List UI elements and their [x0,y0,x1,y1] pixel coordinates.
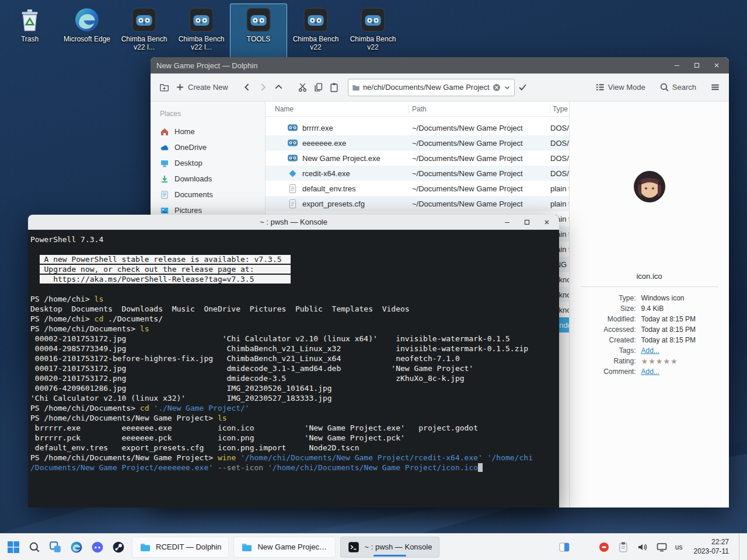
dolphin-titlebar[interactable]: New Game Project — Dolphin [151,57,729,74]
file-name: eeeeeee.exe [302,139,346,148]
textfile-file-icon [288,199,298,209]
taskbar-pinned-edge[interactable] [68,538,85,556]
cut-button[interactable] [295,79,310,95]
godot-file-icon [288,138,298,148]
info-label-size: Size: [577,304,636,313]
accept-location-button[interactable] [515,79,530,95]
sidebar-item-documents[interactable]: Documents [160,187,265,202]
sidebar-item-onedrive[interactable]: OneDrive [160,139,265,155]
column-header-name[interactable]: Name [266,105,409,113]
search-label: Search [672,83,696,92]
comment-add-link[interactable]: Add... [641,368,659,376]
info-row-accessed: Accessed:Today at 8:15 PM [577,324,722,335]
forward-button[interactable] [255,79,271,95]
file-row-brrrrr-exe[interactable]: brrrrr.exe~/Documents/New Game ProjectDO… [266,120,569,135]
info-label-comment: Comment: [577,368,636,376]
rating-stars[interactable]: ★★★★★ [641,357,678,366]
tags-add-link[interactable]: Add... [641,346,659,355]
location-path[interactable]: me/chi/Documents/New Game Project/ [363,83,490,92]
godot-file-icon [288,123,298,133]
desktop-icon-label: Chimba Bench v22 [346,35,400,52]
back-button[interactable] [239,79,255,95]
location-bar[interactable]: me/chi/Documents/New Game Project/ [348,79,515,96]
desktop-icon-chimba-bench-v22[interactable]: Chimba Bench v22 [287,4,344,60]
close-button[interactable] [537,215,557,229]
maximize-button[interactable] [517,215,537,229]
volume-icon[interactable] [637,541,648,553]
desktop-icon-tools[interactable]: TOOLS [230,4,287,60]
file-row-default-env-tres[interactable]: default_env.tres~/Documents/New Game Pro… [266,181,569,196]
konsole-window: ~ : pwsh — Konsole PowerShell 7.3.4 A ne… [28,215,559,508]
tray-status-icon[interactable] [598,541,610,553]
terminal-line: PS /home/chi/Documents/New Game Project>… [30,413,559,423]
up-button[interactable] [271,79,287,95]
taskbar-task-new-game-project[interactable]: New Game Project ... [233,537,336,558]
new-folder-button[interactable] [156,79,172,95]
minimize-button[interactable] [497,215,517,229]
desktop-icon-trash[interactable]: Trash [1,4,58,60]
taskbar-search-button[interactable] [26,538,43,556]
clear-location-icon[interactable] [493,83,501,92]
terminal-line: PS /home/chi/Documents/New Game Project>… [30,453,559,463]
sidebar-item-downloads[interactable]: Downloads [160,171,265,187]
taskbar: RCEDIT — DolphinNew Game Project ...~ : … [0,533,747,560]
file-path: ~/Documents/New Game Project [409,200,550,208]
godotfolder-icon [245,6,272,33]
column-header-type[interactable]: Type [550,105,569,113]
taskbar-pinned-discord[interactable] [89,538,106,556]
desktop-icon-chimba-bench-v22-i[interactable]: Chimba Bench v22 I... [116,4,173,60]
taskbar-task-pwsh-konsole[interactable]: ~ : pwsh — Konsole [340,537,439,558]
search-icon [659,82,669,92]
terminal-line: PS /home/chi/Documents> ls [30,324,559,334]
paste-button[interactable] [326,79,342,95]
view-mode-button[interactable]: View Mode [592,79,648,95]
start-button[interactable] [5,538,22,556]
terminal-line: 00004-2985773349.jpg ChimbaBench_v21_Lin… [30,344,559,354]
column-header-path[interactable]: Path [409,105,550,113]
konsole-titlebar[interactable]: ~ : pwsh — Konsole [28,215,559,230]
info-label-accessed: Accessed: [577,326,636,334]
terminal-line: 00017-2101753172.jpg dmidecode_3.1-1_amd… [30,363,559,373]
dolphin-toolbar: Create New me/chi/Documents/New Game Pro… [151,74,729,102]
sidebar-item-home[interactable]: Home [160,124,265,139]
taskbar-pinned-taskview[interactable] [47,538,64,556]
file-row-new-game-project-exe[interactable]: New Game Project.exe~/Documents/New Game… [266,150,569,166]
taskbar-task-rcedit-dolphin[interactable]: RCEDIT — Dolphin [132,537,229,558]
file-row-rcedit-x64-exe[interactable]: rcedit-x64.exe~/Documents/New Game Proje… [266,166,569,181]
file-type: DOS/Windows executable [550,139,569,148]
clipboard-icon[interactable] [617,541,629,553]
create-new-button[interactable]: Create New [172,79,231,95]
keyboard-layout-indicator[interactable]: us [675,543,683,551]
file-type: plain text document [550,200,569,208]
location-dropdown-icon[interactable] [504,84,511,91]
terminal-output[interactable]: PowerShell 7.3.4 A new PowerShell stable… [28,230,559,508]
desktop-icon-chimba-bench-v22[interactable]: Chimba Bench v22 [344,4,402,60]
show-desktop-button[interactable] [739,534,742,560]
minimize-button[interactable] [667,57,687,74]
tray-window-icon[interactable] [558,541,570,553]
terminal-line: PS /home/chi> cd ./Documents/ [30,314,559,324]
file-row-eeeeeee-exe[interactable]: eeeeeee.exe~/Documents/New Game ProjectD… [266,135,569,150]
close-button[interactable] [707,57,727,74]
sidebar-item-desktop[interactable]: Desktop [160,155,265,171]
file-name: brrrrr.exe [302,124,333,132]
desktop-icon-microsoft-edge[interactable]: Microsoft Edge [58,4,116,60]
copy-button[interactable] [310,79,326,95]
search-button[interactable]: Search [657,79,699,95]
clock[interactable]: 22:27 2023-07-11 [694,538,729,556]
windows-logo-icon [7,541,20,554]
maximize-button[interactable] [687,57,707,74]
terminal-line: PS /home/chi/Documents> cd './New Game P… [30,403,559,413]
display-icon[interactable] [656,541,668,553]
place-label: Desktop [174,159,203,167]
terminal-line: /Documents/New Game Project/eeeeeee.exe'… [30,463,559,473]
info-label-created: Created: [577,336,636,344]
file-row-export-presets-cfg[interactable]: export_presets.cfg~/Documents/New Game P… [266,196,569,211]
desktop-icon-label: Microsoft Edge [64,35,110,43]
folder-icon [241,541,253,553]
taskbar-pinned-steam[interactable] [110,538,127,556]
desktop-icon-chimba-bench-v22-i[interactable]: Chimba Bench v22 I... [173,4,230,60]
clock-date: 2023-07-11 [694,547,729,556]
info-row-rating: Rating:★★★★★ [577,356,722,366]
hamburger-menu-button[interactable] [707,79,723,95]
